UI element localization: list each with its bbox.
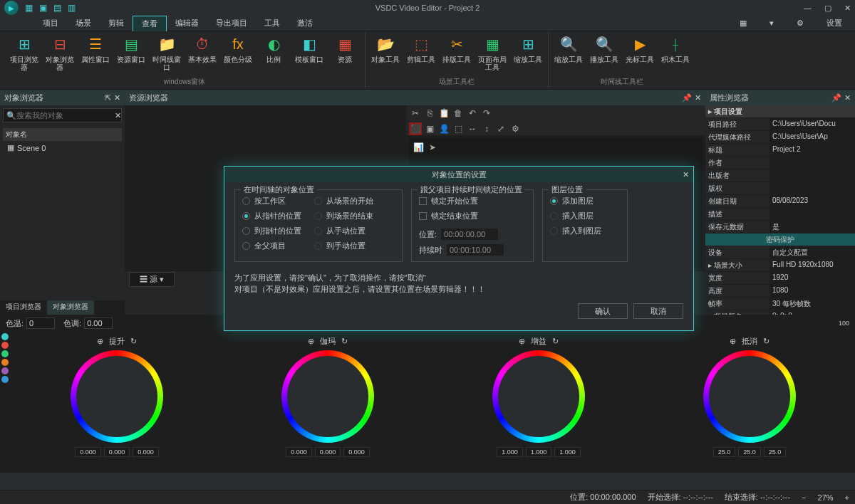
duration-input[interactable] [447, 244, 504, 256]
wheel-value[interactable]: 0.000 [343, 447, 370, 457]
ribbon-button[interactable]: fx颜色分级 [221, 33, 255, 65]
search-input[interactable] [16, 111, 115, 120]
tool-icon[interactable]: ▣ [423, 122, 436, 135]
preset-dot[interactable] [1, 376, 9, 383]
dialog-close-icon[interactable]: ✕ [683, 170, 689, 179]
object-search[interactable]: 🔍 ✕ [3, 108, 122, 122]
ok-button[interactable]: 确认 [578, 303, 628, 319]
menu-tools[interactable]: 工具 [256, 16, 289, 31]
close-icon[interactable]: ✕ [114, 93, 120, 103]
reset-icon[interactable]: ↻ [341, 337, 348, 346]
menu-activate[interactable]: 激活 [289, 16, 321, 31]
ribbon-button[interactable]: ⟊积木工具 [658, 33, 693, 65]
wheel-value[interactable]: 1.000 [497, 447, 523, 457]
tool-icon[interactable]: ↕ [480, 122, 493, 135]
menu-clip[interactable]: 剪辑 [100, 16, 133, 31]
clear-icon[interactable]: ✕ [115, 111, 121, 120]
source-button[interactable]: ☰ 源 ▾ [129, 272, 175, 287]
tint-input[interactable] [84, 317, 113, 329]
maximize-icon[interactable]: ▢ [824, 4, 831, 13]
menu-view[interactable]: 查看 [133, 16, 167, 31]
tab-project-browser[interactable]: 项目浏览器 [0, 300, 47, 315]
color-wheel[interactable] [703, 350, 796, 443]
minimize-icon[interactable]: — [804, 4, 812, 13]
wheel-value[interactable]: 25.0 [713, 447, 736, 457]
close-icon[interactable]: ✕ [844, 93, 851, 103]
property-value[interactable]: 自定义配置 [770, 246, 855, 258]
close-icon[interactable]: ✕ [695, 93, 701, 103]
menu-project[interactable]: 项目 [34, 16, 67, 31]
ribbon-button[interactable]: ◧模板窗口 [292, 33, 326, 65]
radio-option[interactable]: 到指针的位置 [242, 226, 301, 236]
menu-scene[interactable]: 场景 [67, 16, 100, 31]
ribbon-button[interactable]: ◐比例 [256, 33, 291, 65]
preset-dot[interactable] [1, 350, 9, 357]
preset-dot[interactable] [1, 333, 9, 340]
wheel-value[interactable]: 0.000 [104, 447, 130, 457]
gear-icon[interactable]: ⚙ [788, 16, 812, 30]
ribbon-button[interactable]: ☰属性窗口 [78, 33, 113, 65]
ribbon-button[interactable]: ✂排版工具 [440, 33, 474, 65]
ribbon-button[interactable]: ▤资源窗口 [114, 33, 148, 65]
ribbon-button[interactable]: 📂对象工具 [368, 33, 403, 65]
copy-icon[interactable]: ⎘ [423, 107, 436, 120]
position-input[interactable] [441, 229, 498, 240]
ribbon-button[interactable]: ⏱基本效果 [185, 33, 219, 65]
ribbon-button[interactable]: 🔍缩放工具 [551, 33, 586, 65]
qat-icon[interactable]: ▤ [51, 2, 63, 14]
ribbon-button[interactable]: ▶光标工具 [623, 33, 657, 65]
ribbon-button[interactable]: ⊞项目浏览器 [7, 33, 41, 73]
preset-dot[interactable] [1, 367, 9, 374]
pin-icon[interactable]: 📌 [831, 93, 841, 103]
wheel-value[interactable]: 1.000 [526, 447, 552, 457]
tool-icon[interactable]: ⤢ [494, 122, 507, 135]
layout-icon[interactable]: ▦ [731, 16, 755, 30]
gear-icon[interactable]: ⚙ [509, 122, 522, 135]
menu-editor[interactable]: 编辑器 [167, 16, 207, 31]
qat-icon[interactable]: ▣ [37, 2, 48, 14]
reset-icon[interactable]: ↻ [130, 337, 137, 346]
radio-option[interactable]: 按工作区 [242, 196, 301, 206]
tool-icon[interactable]: ⬚ [452, 122, 465, 135]
property-value[interactable] [770, 169, 855, 182]
menu-export[interactable]: 导出项目 [207, 16, 256, 31]
property-value[interactable] [770, 182, 855, 194]
ribbon-button[interactable]: 🔍播放工具 [587, 33, 621, 65]
wheel-value[interactable]: 25.0 [738, 447, 761, 457]
target-icon[interactable]: ⊕ [730, 337, 736, 346]
preset-dot[interactable] [1, 342, 9, 349]
color-wheel[interactable] [71, 350, 163, 443]
delete-icon[interactable]: 🗑 [452, 107, 465, 120]
reset-icon[interactable]: ↻ [552, 337, 559, 346]
property-value[interactable] [770, 208, 855, 220]
tab-object-browser[interactable]: 对象浏览器 [47, 300, 94, 315]
zoom-out-icon[interactable]: − [802, 493, 806, 502]
tool-icon[interactable]: ↔ [466, 122, 479, 135]
wheel-value[interactable]: 0.000 [133, 447, 159, 457]
preset-dot[interactable] [1, 359, 9, 366]
settings-label[interactable]: 设置 [818, 16, 851, 31]
ribbon-button[interactable]: ▦页面布局工具 [475, 33, 509, 73]
cursor-icon[interactable]: ➤ [426, 141, 439, 154]
scene-item[interactable]: ▦Scene 0 [3, 141, 122, 154]
wheel-value[interactable]: 25.0 [764, 447, 787, 457]
lock-start-checkbox[interactable]: 锁定开始位置 [419, 196, 526, 206]
radio-option[interactable]: 添加图层 [550, 196, 620, 206]
property-value[interactable]: 是 [770, 221, 855, 233]
radio-option[interactable]: 全父项目 [242, 241, 301, 251]
property-value[interactable]: 30 每秒帧数 [770, 298, 855, 310]
undo-icon[interactable]: ↶ [466, 107, 479, 120]
pin-icon[interactable]: ⇱ [105, 93, 111, 103]
tool-icon[interactable]: 👤 [437, 122, 450, 135]
zoom-in-icon[interactable]: + [845, 493, 849, 502]
reset-icon[interactable]: ↻ [763, 337, 770, 346]
chart-icon[interactable]: 📊 [412, 141, 425, 154]
target-icon[interactable]: ⊕ [519, 337, 525, 346]
wheel-value[interactable]: 0.000 [315, 447, 341, 457]
paste-icon[interactable]: 📋 [437, 107, 450, 120]
property-value[interactable]: 08/08/2023 [770, 195, 855, 207]
ribbon-button[interactable]: ⊟对象浏览器 [43, 33, 77, 73]
close-icon[interactable]: ✕ [844, 4, 851, 13]
target-icon[interactable]: ⊕ [97, 337, 103, 346]
pin-icon[interactable]: 📌 [682, 93, 692, 103]
